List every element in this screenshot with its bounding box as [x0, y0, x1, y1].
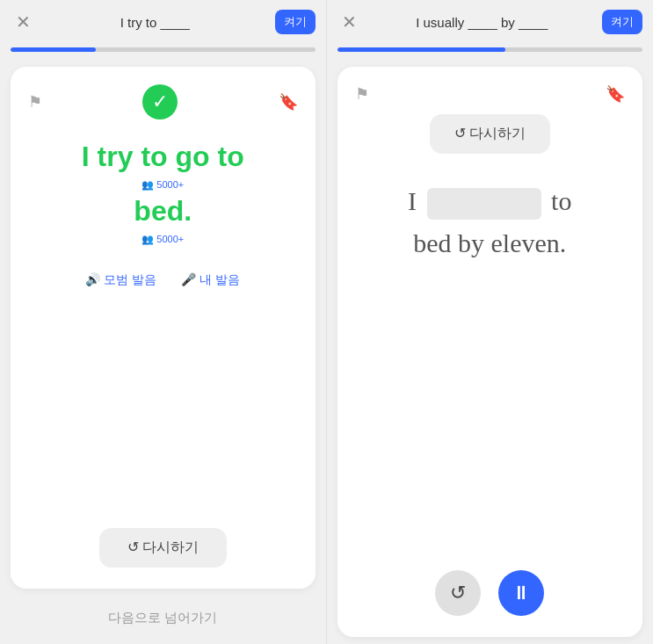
right-close-button[interactable]: ✕	[337, 13, 362, 31]
left-toggle-button[interactable]: 켜기	[275, 10, 316, 34]
right-toggle-button[interactable]: 켜기	[602, 10, 642, 34]
right-sentence-line2: bed by eleven.	[413, 228, 566, 257]
right-sentence-blank	[427, 188, 541, 220]
right-bookmark-icon[interactable]: 🔖	[606, 84, 625, 104]
left-word-count-2: 👥 5000+	[82, 233, 244, 246]
left-sentence-area: I try to go to 👥 5000+ bed. 👥 5000+	[82, 137, 244, 246]
right-header-title: I usually ____ by ____	[362, 15, 603, 30]
left-word-count-1: 👥 5000+	[82, 178, 244, 192]
left-panel: ✕ I try to ____ 켜기 ⚑ ✓ 🔖 I try to go to …	[0, 0, 327, 644]
left-progress-bar-fill	[11, 47, 96, 52]
right-panel: ✕ I usually ____ by ____ 켜기 ⚑ 🔖 ↺ 다시하기 I…	[327, 0, 654, 644]
right-replay-button[interactable]: ↺	[435, 570, 481, 616]
left-audio-row: 🔊 모범 발음 🎤 내 발음	[85, 272, 240, 288]
left-my-audio-button[interactable]: 🎤 내 발음	[181, 272, 240, 288]
left-header: ✕ I try to ____ 켜기	[0, 0, 326, 44]
left-sentence-line1: I try to go to	[82, 137, 244, 177]
right-sentence-to: to	[551, 186, 571, 215]
right-header: ✕ I usually ____ by ____ 켜기	[327, 0, 654, 44]
right-controls-row: ↺ ⏸	[435, 570, 544, 616]
right-sentence-i: I	[408, 186, 417, 215]
left-check-icon: ✓	[152, 90, 168, 113]
right-flag-icon[interactable]: ⚑	[355, 84, 369, 104]
left-retry-button[interactable]: ↺ 다시하기	[99, 528, 227, 568]
right-card-icons-row: ⚑ 🔖	[355, 84, 626, 104]
right-progress-bar-fill	[337, 47, 505, 52]
left-sentence-line2: bed.	[82, 192, 244, 231]
right-card: ⚑ 🔖 ↺ 다시하기 I to bed by eleven. ↺ ⏸	[337, 67, 643, 637]
right-progress-bar-container	[327, 44, 654, 60]
left-check-badge: ✓	[142, 84, 178, 119]
left-header-title: I try to ____	[35, 15, 275, 30]
right-progress-bar-bg	[337, 47, 643, 52]
left-card-icons-row: ⚑ ✓ 🔖	[28, 84, 298, 119]
left-card: ⚑ ✓ 🔖 I try to go to 👥 5000+ bed. 👥 5000…	[11, 67, 316, 589]
right-sentence-area: I to bed by eleven.	[408, 180, 571, 264]
left-close-button[interactable]: ✕	[11, 13, 35, 31]
left-bookmark-icon[interactable]: 🔖	[279, 92, 298, 112]
right-pause-button[interactable]: ⏸	[498, 570, 544, 616]
right-retry-button-top[interactable]: ↺ 다시하기	[430, 114, 550, 154]
left-progress-bar-bg	[11, 47, 316, 52]
left-model-audio-button[interactable]: 🔊 모범 발음	[85, 272, 156, 288]
left-progress-bar-container	[0, 44, 326, 60]
left-flag-icon[interactable]: ⚑	[28, 92, 42, 112]
left-next-nav[interactable]: 다음으로 넘어가기	[0, 596, 326, 644]
